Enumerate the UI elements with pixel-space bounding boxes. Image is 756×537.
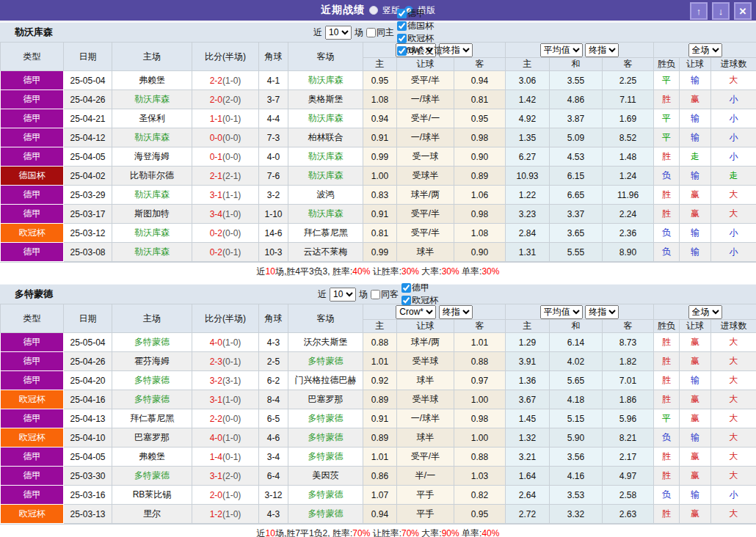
avg-select[interactable]: 平均值 bbox=[540, 305, 583, 319]
league-badge: 德甲 bbox=[1, 243, 64, 262]
half-score: (0-0) bbox=[222, 414, 241, 424]
same-venue-checkbox[interactable] bbox=[371, 290, 380, 299]
summary-segment: 场,胜7平1负2, 胜率: bbox=[275, 528, 352, 537]
home-team: 霍芬海姆 bbox=[112, 352, 192, 371]
league-filter[interactable]: 欧冠杯 bbox=[397, 32, 443, 45]
ah-away-odds: 1.08 bbox=[454, 224, 506, 243]
score-cell: 2-2(1-0) bbox=[192, 71, 259, 90]
ah-home-odds: 0.92 bbox=[363, 371, 397, 390]
avg-draw-odds: 4.02 bbox=[550, 352, 603, 371]
score-cell: 3-1(2-0) bbox=[192, 467, 259, 486]
result-badge: 胜 bbox=[654, 371, 680, 390]
match-row: 德甲25-04-26霍芬海姆2-3(0-1)2-5多特蒙德1.01受半球0.88… bbox=[1, 352, 756, 371]
col-corner: 角球 bbox=[259, 304, 288, 333]
league-filter[interactable]: 德甲 bbox=[401, 282, 438, 294]
match-date: 25-04-12 bbox=[64, 128, 112, 147]
ah-line: 受平/半 bbox=[397, 71, 454, 90]
full-score: 4-0 bbox=[210, 433, 222, 443]
league-badge: 德甲 bbox=[1, 186, 64, 205]
half-score: (0-1) bbox=[222, 452, 241, 462]
summary-segment: 大率: bbox=[419, 266, 442, 277]
match-row: 德甲25-04-21圣保利1-1(0-1)4-4勒沃库森0.94受半/一0.95… bbox=[1, 109, 756, 128]
full-score: 0-2 bbox=[210, 228, 222, 238]
result-badge: 平 bbox=[654, 109, 680, 128]
results-table: 类型 日期 主场 比分(半场) 角球 客场 Crow* 终指 平均值 终指 bbox=[0, 42, 756, 262]
ah-result-badge: 赢 bbox=[680, 352, 711, 371]
corner-score: 8-4 bbox=[259, 390, 288, 409]
match-date: 25-03-30 bbox=[64, 467, 112, 486]
ah-away-odds: 0.97 bbox=[454, 371, 506, 390]
same-venue-checkbox[interactable] bbox=[366, 28, 376, 37]
ah-line: 球半 bbox=[397, 371, 454, 390]
results-table: 类型 日期 主场 比分(半场) 角球 客场 Crow* 终指 平均值 终指 bbox=[0, 304, 756, 524]
ah-result-badge: 赢 bbox=[680, 505, 711, 524]
recent-count-select[interactable]: 10 bbox=[325, 26, 352, 40]
match-row: 德甲25-03-29勒沃库森3-1(1-1)3-2波鸿0.83球半/两1.061… bbox=[1, 186, 756, 205]
match-date: 25-05-04 bbox=[64, 333, 112, 352]
league-badge: 德甲 bbox=[1, 90, 64, 109]
score-cell: 1-1(0-1) bbox=[192, 109, 259, 128]
col-ah-line: 让球 bbox=[397, 58, 454, 71]
match-date: 25-04-20 bbox=[64, 371, 112, 390]
col-home: 主场 bbox=[112, 304, 192, 333]
ah-home-odds: 0.91 bbox=[363, 205, 397, 224]
goals-result-badge: 小 bbox=[711, 224, 756, 243]
avg-away-odds: 8.52 bbox=[603, 128, 654, 147]
league-filter-checkbox[interactable] bbox=[397, 21, 407, 31]
summary-segment: 40% bbox=[352, 266, 370, 277]
avg-away-odds: 7.01 bbox=[603, 371, 654, 390]
league-filter-checkbox[interactable] bbox=[397, 46, 407, 56]
team-bar: 勒沃库森 近 10 场 同主 德甲德国杯欧冠杯球会友谊 bbox=[0, 22, 756, 42]
league-filter-checkbox[interactable] bbox=[397, 9, 407, 18]
summary-segment: 让胜率: bbox=[370, 266, 401, 277]
avg-time-select[interactable]: 终指 bbox=[585, 305, 619, 319]
scope-select[interactable]: 全场 bbox=[688, 305, 722, 319]
avg-home-odds: 3.23 bbox=[506, 205, 550, 224]
corner-score: 2-5 bbox=[259, 352, 288, 371]
half-score: (1-0) bbox=[222, 209, 241, 219]
ah-away-odds: 1.01 bbox=[454, 333, 506, 352]
match-row: 德甲25-04-26勒沃库森2-0(2-0)3-7奥格斯堡1.08一/球半0.8… bbox=[1, 90, 756, 109]
full-score: 2-3 bbox=[210, 357, 222, 367]
ah-line: 受球半 bbox=[397, 167, 454, 186]
league-filter-label: 欧冠杯 bbox=[412, 294, 438, 307]
league-filter-checkbox[interactable] bbox=[401, 283, 411, 293]
ah-home-odds: 1.00 bbox=[363, 167, 397, 186]
same-venue-filter[interactable]: 同客 bbox=[371, 288, 399, 301]
league-filter-checkbox[interactable] bbox=[397, 34, 407, 43]
results-body: 德甲25-05-04弗赖堡2-2(1-0)4-1勒沃库森0.95受平/半0.94… bbox=[1, 71, 756, 262]
league-filter[interactable]: 欧冠杯 bbox=[401, 294, 438, 307]
league-filter[interactable]: 球会友谊 bbox=[397, 45, 443, 57]
avg-away-odds: 7.11 bbox=[603, 90, 654, 109]
avg-home-odds: 2.72 bbox=[506, 505, 550, 524]
ah-home-odds: 0.86 bbox=[363, 467, 397, 486]
odds-source-select[interactable]: Crow* bbox=[396, 305, 436, 319]
match-date: 25-03-17 bbox=[64, 205, 112, 224]
summary-segment: 场,胜4平3负3, 胜率: bbox=[275, 266, 352, 277]
ah-result-badge: 赢 bbox=[680, 448, 711, 467]
league-filter-checkbox[interactable] bbox=[401, 296, 411, 305]
avg-draw-odds: 3.87 bbox=[550, 109, 603, 128]
goals-result-badge: 大 bbox=[711, 409, 756, 428]
ah-line: 球半 bbox=[397, 243, 454, 262]
ah-away-odds: 0.95 bbox=[454, 109, 506, 128]
goals-result-badge: 大 bbox=[711, 186, 756, 205]
goals-result-badge: 大 bbox=[711, 205, 756, 224]
same-venue-filter[interactable]: 同主 bbox=[366, 26, 394, 39]
score-cell: 0-2(0-1) bbox=[192, 243, 259, 262]
league-filter[interactable]: 德国杯 bbox=[397, 20, 443, 32]
col-goals: 进球数 bbox=[711, 320, 756, 333]
goals-result-badge: 小 bbox=[711, 128, 756, 147]
col-avg-away: 客 bbox=[603, 58, 654, 71]
ah-line: 受半球 bbox=[397, 352, 454, 371]
recent-count-select[interactable]: 10 bbox=[330, 288, 356, 302]
full-score: 2-0 bbox=[210, 95, 222, 105]
league-filter[interactable]: 德甲 bbox=[397, 7, 443, 20]
full-score: 3-1 bbox=[210, 395, 222, 405]
away-team: 勒沃库森 bbox=[288, 205, 363, 224]
col-avg-home: 主 bbox=[506, 320, 550, 333]
ah-time-select[interactable]: 终指 bbox=[439, 305, 473, 319]
ah-home-odds: 0.89 bbox=[363, 390, 397, 409]
league-badge: 德甲 bbox=[1, 147, 64, 167]
full-score: 1-1 bbox=[210, 114, 222, 124]
